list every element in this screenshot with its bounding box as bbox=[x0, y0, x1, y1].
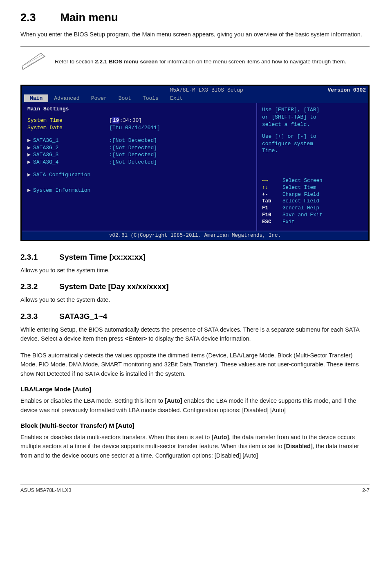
bios-left-heading: Main Settings bbox=[27, 105, 251, 113]
help-key: Tab bbox=[262, 198, 282, 205]
sata-configuration-label: SATA Configuration bbox=[33, 171, 90, 179]
help-key-text: General Help bbox=[282, 205, 319, 212]
option-body-lba: Enables or disables the LBA mode. Settin… bbox=[20, 396, 370, 415]
section-title: Main menu bbox=[61, 11, 118, 24]
sub-num: 2.3.3 bbox=[20, 312, 57, 321]
note-callout: Refer to section 2.2.1 BIOS menu screen … bbox=[20, 46, 370, 77]
bold-enter: <Enter> bbox=[125, 335, 147, 342]
bios-system-time-row[interactable]: System Time [19:34:30] bbox=[27, 117, 251, 124]
triangle-right-icon: ▶ bbox=[27, 137, 33, 144]
page: 2.3 Main menu When you enter the BIOS Se… bbox=[0, 0, 390, 509]
system-date-value[interactable]: [Thu 08/14/2011] bbox=[109, 124, 160, 132]
sub-num: 2.3.1 bbox=[20, 253, 57, 262]
triangle-right-icon: ▶ bbox=[27, 171, 33, 179]
help-line: select a field. bbox=[262, 121, 363, 128]
sub-body-233-p2: The BIOS automatically detects the value… bbox=[20, 351, 370, 378]
help-key-text: Select Screen bbox=[282, 177, 323, 184]
bios-version: Version 0302 bbox=[327, 87, 366, 94]
bios-left-pane: Main Settings System Time [19:34:30] Sys… bbox=[22, 103, 257, 230]
bios-sata-configuration[interactable]: ▶ SATA Configuration bbox=[27, 171, 251, 179]
sub-num: 2.3.2 bbox=[20, 282, 57, 291]
bios-menu-power[interactable]: Power bbox=[85, 94, 113, 103]
sata-label: SATA3G_3 bbox=[33, 151, 109, 159]
sata-value: :[Not Detected] bbox=[109, 151, 157, 159]
note-text-pre: Refer to section bbox=[55, 58, 95, 65]
sata-label: SATA3G_1 bbox=[33, 137, 109, 144]
help-line: configure system bbox=[262, 140, 363, 148]
bios-menu-exit[interactable]: Exit bbox=[164, 94, 188, 103]
intro-paragraph: When you enter the BIOS Setup program, t… bbox=[20, 30, 370, 39]
note-text-post: for information on the menu screen items… bbox=[158, 58, 346, 65]
system-time-value[interactable]: [19:34:30] bbox=[109, 117, 142, 124]
bios-menubar: Main Advanced Power Boot Tools Exit bbox=[22, 94, 368, 103]
triangle-right-icon: ▶ bbox=[27, 151, 33, 159]
subsection-heading-231: 2.3.1 System Time [xx:xx:xx] bbox=[20, 253, 370, 262]
subsection-heading-232: 2.3.2 System Date [Day xx/xx/xxxx] bbox=[20, 282, 370, 291]
help-line: Time. bbox=[262, 147, 363, 155]
bios-title: M5A78L-M LX3 BIOS Setup bbox=[24, 87, 327, 94]
bios-right-pane: Use [ENTER], [TAB] or [SHIFT-TAB] to sel… bbox=[257, 103, 368, 230]
sub-title: System Time [xx:xx:xx] bbox=[59, 253, 146, 261]
bios-sata-row[interactable]: ▶ SATA3G_1 :[Not Detected] bbox=[27, 137, 251, 144]
help-key-text: Change Field bbox=[282, 191, 319, 198]
help-key: +- bbox=[262, 191, 282, 198]
system-information-label: System Information bbox=[33, 187, 90, 194]
arrow-up-down-icon: ↑↓ bbox=[262, 184, 282, 191]
bios-sata-row[interactable]: ▶ SATA3G_4 :[Not Detected] bbox=[27, 159, 251, 166]
triangle-right-icon: ▶ bbox=[27, 159, 33, 166]
help-line: Use [ENTER], [TAB] bbox=[262, 106, 363, 114]
triangle-right-icon: ▶ bbox=[27, 187, 33, 194]
sata-value: :[Not Detected] bbox=[109, 137, 157, 144]
help-key-text: Exit bbox=[282, 219, 295, 226]
bios-body: Main Settings System Time [19:34:30] Sys… bbox=[22, 103, 368, 230]
bios-menu-boot[interactable]: Boot bbox=[113, 94, 137, 103]
bios-system-information[interactable]: ▶ System Information bbox=[27, 187, 251, 194]
help-key-text: Select Item bbox=[282, 184, 316, 191]
sata-label: SATA3G_2 bbox=[33, 144, 109, 152]
help-line: Use [+] or [-] to bbox=[262, 133, 363, 140]
help-key: F1 bbox=[262, 205, 282, 212]
sub-title: System Date [Day xx/xx/xxxx] bbox=[59, 282, 168, 291]
bios-window: M5A78L-M LX3 BIOS Setup Version 0302 Mai… bbox=[20, 85, 370, 241]
bios-menu-tools[interactable]: Tools bbox=[137, 94, 164, 103]
page-footer: ASUS M5A78L-M LX3 2-7 bbox=[20, 485, 370, 493]
option-body-block: Enables or disables data multi-sectors t… bbox=[20, 433, 370, 460]
bios-sata-row[interactable]: ▶ SATA3G_2 :[Not Detected] bbox=[27, 144, 251, 152]
option-heading-block: Block (Multi-Sector Transfer) M [Auto] bbox=[20, 422, 370, 429]
sub-body-231: Allows you to set the system time. bbox=[20, 266, 370, 275]
note-text-bold: 2.2.1 BIOS menu screen bbox=[95, 58, 158, 65]
help-key: F10 bbox=[262, 212, 282, 219]
bold-auto: [Auto] bbox=[165, 397, 182, 404]
help-keys: ←→Select Screen ↑↓Select Item +-Change F… bbox=[262, 177, 363, 226]
sata-value: :[Not Detected] bbox=[109, 144, 157, 152]
bios-footer: v02.61 (C)Copyright 1985-2011, American … bbox=[22, 231, 368, 240]
svg-line-1 bbox=[22, 66, 23, 70]
arrow-left-right-icon: ←→ bbox=[262, 177, 282, 184]
help-key-text: Save and Exit bbox=[282, 212, 323, 219]
bios-menu-main[interactable]: Main bbox=[24, 94, 48, 103]
pencil-icon bbox=[20, 52, 46, 72]
help-key-text: Select Field bbox=[282, 198, 319, 205]
bios-sata-row[interactable]: ▶ SATA3G_3 :[Not Detected] bbox=[27, 151, 251, 159]
sub-body-232: Allows you to set the system date. bbox=[20, 295, 370, 304]
triangle-right-icon: ▶ bbox=[27, 144, 33, 152]
help-key: ESC bbox=[262, 219, 282, 226]
option-heading-lba: LBA/Large Mode [Auto] bbox=[20, 386, 370, 393]
system-date-label: System Date bbox=[27, 124, 109, 132]
footer-left: ASUS M5A78L-M LX3 bbox=[20, 487, 71, 493]
sata-label: SATA3G_4 bbox=[33, 159, 109, 166]
section-heading: 2.3 Main menu bbox=[20, 11, 370, 24]
sata-value: :[Not Detected] bbox=[109, 159, 157, 166]
bios-menu-advanced[interactable]: Advanced bbox=[48, 94, 85, 103]
help-line: or [SHIFT-TAB] to bbox=[262, 114, 363, 121]
bold-auto: [Auto] bbox=[211, 434, 229, 440]
system-time-label: System Time bbox=[27, 117, 109, 124]
bold-disabled: [Disabled] bbox=[284, 443, 313, 449]
bios-titlebar: M5A78L-M LX3 BIOS Setup Version 0302 bbox=[22, 86, 368, 94]
sub-title: SATA3G_1~4 bbox=[59, 312, 107, 321]
sub-body-233-p1: While entering Setup, the BIOS automatic… bbox=[20, 325, 370, 343]
note-text: Refer to section 2.2.1 BIOS menu screen … bbox=[55, 58, 346, 66]
bios-system-date-row[interactable]: System Date [Thu 08/14/2011] bbox=[27, 124, 251, 132]
footer-right: 2-7 bbox=[362, 487, 370, 493]
svg-marker-0 bbox=[22, 53, 45, 70]
